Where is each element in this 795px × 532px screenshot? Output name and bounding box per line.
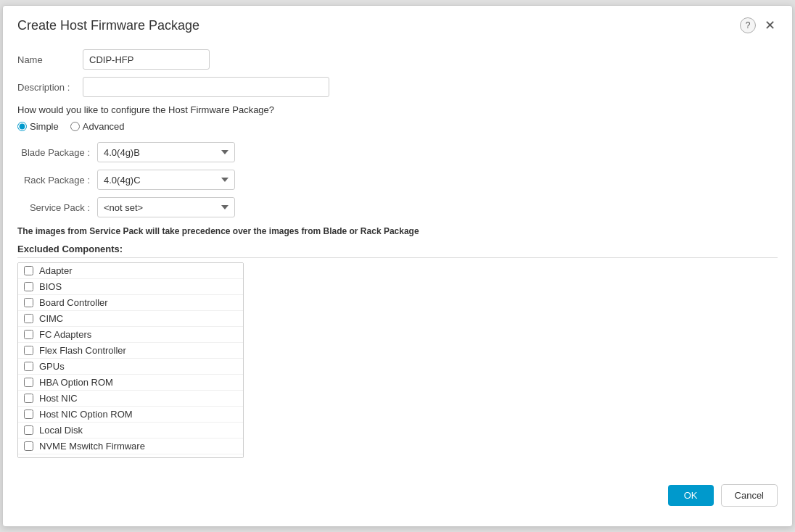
name-input[interactable] — [83, 49, 210, 70]
cancel-button[interactable]: Cancel — [721, 484, 778, 507]
component-label: Board Controller — [39, 297, 108, 308]
component-checkbox[interactable] — [24, 441, 33, 451]
component-checkbox[interactable] — [24, 425, 33, 435]
close-icon: ✕ — [765, 17, 775, 33]
list-item: BIOS — [18, 279, 243, 295]
name-row: Name — [17, 49, 778, 70]
list-item: Host NIC Option ROM — [18, 407, 243, 423]
component-checkbox[interactable] — [24, 346, 33, 355]
list-item: Host NIC — [18, 391, 243, 407]
list-item: CIMC — [18, 311, 243, 327]
component-checkbox[interactable] — [24, 298, 33, 307]
radio-simple-text: Simple — [30, 121, 59, 132]
component-checkbox[interactable] — [24, 378, 33, 387]
radio-simple-label[interactable]: Simple — [17, 121, 59, 132]
excluded-title: Excluded Components: — [17, 244, 778, 258]
component-label: NVME Mswitch Firmware — [39, 441, 145, 452]
radio-simple[interactable] — [17, 122, 27, 131]
radio-advanced-text: Advanced — [83, 121, 125, 132]
rack-package-select[interactable]: 4.0(4g)C — [97, 170, 235, 190]
component-label: Host NIC — [39, 393, 78, 404]
component-label: PSU — [39, 457, 59, 458]
close-button[interactable]: ✕ — [762, 17, 778, 33]
list-item: Adapter — [18, 263, 243, 279]
list-item: GPUs — [18, 359, 243, 375]
component-checkbox[interactable] — [24, 457, 33, 458]
component-label: CIMC — [39, 313, 63, 324]
help-button[interactable]: ? — [740, 17, 756, 33]
dialog-footer: OK Cancel — [3, 473, 792, 518]
dialog-title: Create Host Firmware Package — [17, 18, 199, 33]
radio-advanced[interactable] — [70, 122, 80, 131]
component-checkbox[interactable] — [24, 314, 33, 323]
service-pack-row: Service Pack : <not set> — [17, 197, 778, 217]
component-checkbox[interactable] — [24, 330, 33, 339]
component-label: BIOS — [39, 281, 62, 292]
list-item: NVME Mswitch Firmware — [18, 439, 243, 454]
component-checkbox[interactable] — [24, 282, 33, 291]
list-item: Board Controller — [18, 295, 243, 311]
radio-row: Simple Advanced — [17, 121, 778, 132]
component-label: Local Disk — [39, 425, 83, 436]
components-list[interactable]: AdapterBIOSBoard ControllerCIMCFC Adapte… — [17, 262, 244, 458]
list-item: Flex Flash Controller — [18, 343, 243, 359]
service-pack-note: The images from Service Pack will take p… — [17, 226, 778, 236]
service-pack-label: Service Pack : — [17, 202, 97, 213]
dialog-header: Create Host Firmware Package ? ✕ — [3, 6, 792, 42]
component-label: Adapter — [39, 265, 73, 276]
excluded-section: Excluded Components: AdapterBIOSBoard Co… — [17, 244, 778, 458]
service-pack-select[interactable]: <not set> — [97, 197, 235, 217]
component-label: HBA Option ROM — [39, 377, 113, 388]
rack-package-label: Rack Package : — [17, 175, 97, 186]
component-checkbox[interactable] — [24, 394, 33, 403]
component-label: Host NIC Option ROM — [39, 409, 133, 420]
blade-package-select[interactable]: 4.0(4g)B — [97, 142, 235, 162]
list-item: Local Disk — [18, 423, 243, 439]
list-item: PSU — [18, 454, 243, 458]
component-checkbox[interactable] — [24, 362, 33, 371]
component-label: FC Adapters — [39, 329, 91, 340]
list-item: HBA Option ROM — [18, 375, 243, 391]
description-row: Description : — [17, 77, 778, 97]
header-icons: ? ✕ — [740, 17, 778, 33]
component-checkbox[interactable] — [24, 266, 33, 275]
component-checkbox[interactable] — [24, 410, 33, 419]
create-host-firmware-dialog: Create Host Firmware Package ? ✕ Name De… — [2, 5, 793, 527]
help-icon: ? — [746, 20, 751, 30]
rack-package-row: Rack Package : 4.0(4g)C — [17, 170, 778, 190]
dialog-body: Name Description : How would you like to… — [3, 42, 792, 465]
name-label: Name — [17, 54, 83, 65]
description-label: Description : — [17, 82, 83, 93]
description-input[interactable] — [83, 77, 329, 97]
component-label: Flex Flash Controller — [39, 345, 126, 356]
ok-button[interactable]: OK — [668, 485, 714, 506]
list-item: FC Adapters — [18, 327, 243, 343]
blade-package-row: Blade Package : 4.0(4g)B — [17, 142, 778, 162]
configure-question: How would you like to configure the Host… — [17, 104, 778, 115]
blade-package-label: Blade Package : — [17, 147, 97, 158]
component-label: GPUs — [39, 361, 65, 372]
radio-advanced-label[interactable]: Advanced — [70, 121, 125, 132]
